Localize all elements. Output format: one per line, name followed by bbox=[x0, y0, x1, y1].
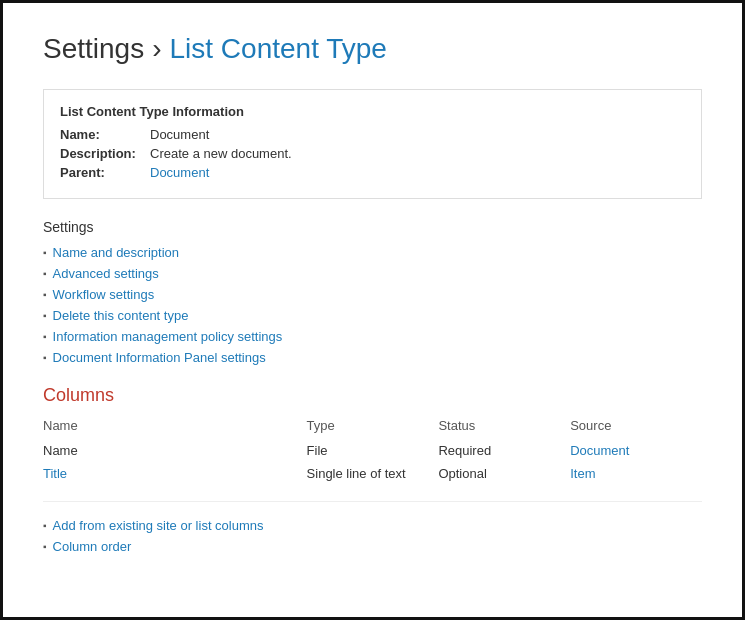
settings-link-workflow[interactable]: Workflow settings bbox=[53, 287, 155, 302]
columns-table: Name Type Status Source Name File Requir… bbox=[43, 416, 702, 485]
table-header-row: Name Type Status Source bbox=[43, 416, 702, 439]
column-order-link[interactable]: Column order bbox=[53, 539, 132, 554]
settings-link-dip[interactable]: Document Information Panel settings bbox=[53, 350, 266, 365]
row2-name-link[interactable]: Title bbox=[43, 466, 67, 481]
col-header-status: Status bbox=[438, 416, 570, 439]
list-item: Information management policy settings bbox=[43, 329, 702, 344]
row1-source: Document bbox=[570, 439, 702, 462]
list-item: Advanced settings bbox=[43, 266, 702, 281]
list-item: Workflow settings bbox=[43, 287, 702, 302]
settings-section: Settings Name and description Advanced s… bbox=[43, 219, 702, 365]
col-header-type: Type bbox=[307, 416, 439, 439]
info-name-value: Document bbox=[150, 127, 209, 142]
add-from-existing-link[interactable]: Add from existing site or list columns bbox=[53, 518, 264, 533]
row1-source-link[interactable]: Document bbox=[570, 443, 629, 458]
settings-link-name-description[interactable]: Name and description bbox=[53, 245, 179, 260]
info-name-label: Name: bbox=[60, 127, 150, 142]
row2-source: Item bbox=[570, 462, 702, 485]
info-section: List Content Type Information Name: Docu… bbox=[43, 89, 702, 199]
page-title: Settings › List Content Type bbox=[43, 33, 702, 65]
main-window: Settings › List Content Type List Conten… bbox=[0, 0, 745, 620]
row2-type: Single line of text bbox=[307, 462, 439, 485]
page-content: Settings › List Content Type List Conten… bbox=[3, 3, 742, 617]
title-prefix: Settings bbox=[43, 33, 144, 65]
settings-list: Name and description Advanced settings W… bbox=[43, 245, 702, 365]
settings-link-policy[interactable]: Information management policy settings bbox=[53, 329, 283, 344]
title-arrow: › bbox=[152, 33, 161, 65]
settings-link-advanced[interactable]: Advanced settings bbox=[53, 266, 159, 281]
row1-name: Name bbox=[43, 439, 307, 462]
info-parent-row: Parent: Document bbox=[60, 165, 685, 180]
divider bbox=[43, 501, 702, 502]
row2-name: Title bbox=[43, 462, 307, 485]
info-parent-label: Parent: bbox=[60, 165, 150, 180]
add-links-list: Add from existing site or list columns C… bbox=[43, 518, 702, 554]
row1-status: Required bbox=[438, 439, 570, 462]
table-row: Title Single line of text Optional Item bbox=[43, 462, 702, 485]
table-row: Name File Required Document bbox=[43, 439, 702, 462]
col-header-source: Source bbox=[570, 416, 702, 439]
list-item: Add from existing site or list columns bbox=[43, 518, 702, 533]
col-header-name: Name bbox=[43, 416, 307, 439]
info-description-row: Description: Create a new document. bbox=[60, 146, 685, 161]
info-parent-link[interactable]: Document bbox=[150, 165, 209, 180]
row1-type: File bbox=[307, 439, 439, 462]
settings-title: Settings bbox=[43, 219, 702, 235]
settings-link-delete[interactable]: Delete this content type bbox=[53, 308, 189, 323]
info-name-row: Name: Document bbox=[60, 127, 685, 142]
row2-source-link[interactable]: Item bbox=[570, 466, 595, 481]
columns-section: Columns Name Type Status Source Name Fil… bbox=[43, 385, 702, 485]
list-item: Document Information Panel settings bbox=[43, 350, 702, 365]
row2-status: Optional bbox=[438, 462, 570, 485]
title-main: List Content Type bbox=[170, 33, 387, 65]
columns-title: Columns bbox=[43, 385, 702, 406]
list-item: Delete this content type bbox=[43, 308, 702, 323]
list-item: Name and description bbox=[43, 245, 702, 260]
list-item: Column order bbox=[43, 539, 702, 554]
info-heading: List Content Type Information bbox=[60, 104, 685, 119]
info-description-label: Description: bbox=[60, 146, 150, 161]
info-description-value: Create a new document. bbox=[150, 146, 292, 161]
